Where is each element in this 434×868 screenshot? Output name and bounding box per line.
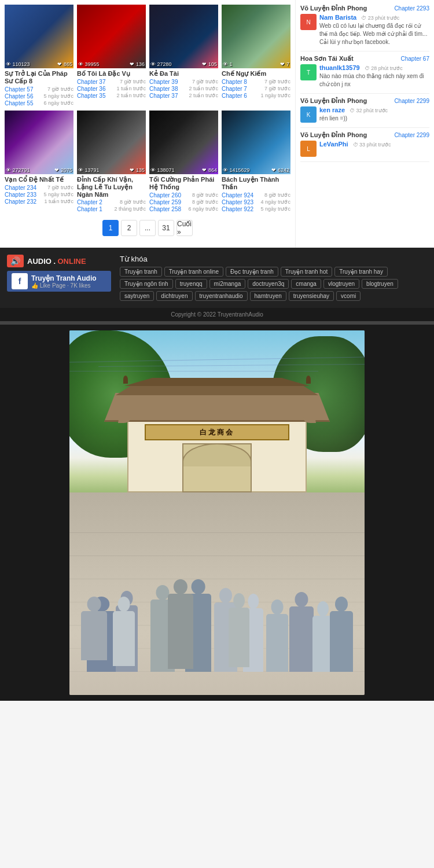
tag[interactable]: truyenqq — [175, 279, 207, 289]
chapter-link[interactable]: Chapter 7 — [222, 86, 247, 92]
chapter-link[interactable]: Chapter 39 — [149, 79, 178, 85]
comment-manga-title[interactable]: Võ Luyện Đỉnh Phong — [300, 5, 367, 12]
tag[interactable]: truyensieuhay — [289, 291, 334, 301]
comment-manga-title-2[interactable]: Võ Luyện Đỉnh Phong — [300, 131, 367, 139]
chapter-list: Chapter 2 8 giờ trước Chapter 1 2 tháng … — [77, 199, 146, 212]
chapter-link[interactable]: Chapter 233 — [5, 192, 36, 198]
manga-title[interactable]: Bố Tôi Là Đặc Vụ — [77, 70, 146, 78]
chapter-link[interactable]: Chapter 234 — [5, 185, 36, 191]
comments-panel: Võ Luyện Đỉnh Phong Chapter 2293 N Nam B… — [295, 0, 434, 248]
chapter-time: 8 giờ trước — [192, 192, 218, 198]
comment-chapter[interactable]: Chapter 2293 — [394, 5, 429, 12]
chapter-link[interactable]: Chapter 56 — [5, 93, 33, 100]
chapter-link[interactable]: Chapter 260 — [149, 192, 181, 198]
page-btn-31[interactable]: 31 — [158, 220, 174, 236]
comment-username-0[interactable]: thuanlk13579 — [319, 64, 360, 71]
page-btn-1[interactable]: 1 — [102, 220, 119, 236]
comment-manga-title-1[interactable]: Võ Luyện Đỉnh Phong — [300, 97, 367, 105]
comment-username-2[interactable]: LeVanPhi — [319, 141, 348, 148]
chapter-link[interactable]: Chapter 35 — [77, 93, 105, 99]
chapter-link[interactable]: Chapter 57 — [5, 86, 33, 93]
footer-logo-icon: 🔊 — [7, 255, 24, 267]
tag[interactable]: doctruyen3q — [248, 279, 289, 289]
chapter-link[interactable]: Chapter 37 — [149, 93, 178, 99]
manga-title[interactable]: Tối Cường Phản Phái Hệ Thống — [149, 176, 218, 191]
roof-main — [104, 393, 330, 422]
tag[interactable]: Truyện ngôn tình — [120, 279, 173, 289]
comment-chapter-1[interactable]: Chapter 2299 — [394, 98, 429, 104]
tag[interactable]: vcomi — [336, 291, 361, 301]
manga-title[interactable]: Bách Luyện Thành Thần — [222, 176, 290, 191]
chapter-link[interactable]: Chapter 38 — [149, 86, 178, 92]
like-count: ❤ 2075 — [54, 167, 72, 173]
manga-title[interactable]: Chế Ngự Kiếm — [222, 70, 290, 78]
comment-chapter-2[interactable]: Chapter 2299 — [394, 132, 429, 138]
chapter-link[interactable]: Chapter 6 — [222, 93, 247, 99]
chapter-link[interactable]: Chapter 923 — [222, 199, 253, 205]
page-btn-2[interactable]: 2 — [121, 220, 137, 236]
comment-section-2: Võ Luyện Đỉnh Phong Chapter 2299 L LeVan… — [300, 131, 429, 157]
comment-time: ⏱ 23 phút trước — [361, 15, 399, 21]
manga-thumbnail[interactable]: 👁 39955 ❤ 136 — [77, 5, 146, 68]
tag[interactable]: Truyện tranh hay — [334, 267, 388, 277]
manga-thumbnail[interactable]: 👁 27280 ❤ 105 — [149, 5, 218, 68]
tag[interactable]: blogtruyen — [362, 279, 398, 289]
comment-manga-title-0[interactable]: Hoa Sơn Tái Xuất — [300, 55, 354, 62]
chapter-link[interactable]: Chapter 922 — [222, 206, 253, 212]
chapter-time: 7 giờ trước — [264, 86, 290, 92]
comment-username-1[interactable]: ken raze — [319, 106, 345, 113]
chapter-link[interactable]: Chapter 55 — [5, 100, 33, 106]
tag[interactable]: hamtruyen — [250, 291, 286, 301]
chapter-link[interactable]: Chapter 259 — [149, 199, 181, 205]
manga-title[interactable]: Kẻ Đa Tài — [149, 70, 218, 78]
comment-body: Nam Barista ⏱ 23 phút trước Web cũ có lư… — [319, 14, 429, 46]
manga-thumbnail[interactable]: 👁 1415629 ❤ 6242 — [222, 111, 290, 174]
tag[interactable]: vlogtruyen — [323, 279, 359, 289]
comment-header-0: Hoa Sơn Tái Xuất Chapter 67 — [300, 55, 429, 62]
chapter-row: Chapter 2 8 giờ trước — [77, 199, 146, 205]
manga-thumbnail[interactable]: 👁 13791 ❤ 135 — [77, 111, 146, 174]
page-btn-...[interactable]: ... — [139, 220, 156, 236]
chapter-row: Chapter 233 5 ngày trước — [5, 192, 73, 198]
tag[interactable]: dichtruyen — [156, 291, 192, 301]
fb-meta: 👍 Like Page · 7K likes — [31, 282, 97, 289]
tag[interactable]: saytruyen — [120, 291, 154, 301]
crowd — [81, 504, 353, 672]
like-count: ❤ 105 — [202, 61, 217, 67]
footer-fb-box[interactable]: f Truyện Tranh Audio 👍 Like Page · 7K li… — [7, 271, 111, 292]
manga-thumbnail[interactable]: 👁 1 ❤ 7 — [222, 5, 290, 68]
chapter-link[interactable]: Chapter 2 — [77, 199, 102, 205]
comment-avatar-2: L — [300, 141, 317, 157]
comment-section-1: Võ Luyện Đỉnh Phong Chapter 2299 K ken r… — [300, 97, 429, 123]
comment-section-0: Hoa Sơn Tái Xuất Chapter 67 T thuanlk135… — [300, 55, 429, 89]
chapter-row: Chapter 37 2 tuần trước — [149, 93, 218, 99]
chapter-link[interactable]: Chapter 8 — [222, 79, 247, 85]
tag[interactable]: cmanga — [291, 279, 321, 289]
manga-title[interactable]: Sự Trở Lại Của Pháp Sư Cấp 8 — [5, 70, 73, 85]
footer-left: 🔊 AUDIO . ONLINE f Truyện Tranh Audio 👍 … — [7, 255, 111, 301]
manga-title[interactable]: Đỉnh Cấp Khí Vận, Lặng Lẽ Tu Luyện Ngàn … — [77, 176, 146, 198]
chapter-link[interactable]: Chapter 36 — [77, 86, 105, 92]
chapter-link[interactable]: Chapter 37 — [77, 79, 105, 85]
chapter-row: Chapter 258 6 ngày trước — [149, 206, 218, 212]
comment-chapter-0[interactable]: Chapter 67 — [401, 56, 429, 62]
manga-thumbnail[interactable]: 👁 110123 ❤ 865 — [5, 5, 73, 68]
manga-thumbnail[interactable]: 👁 138071 ❤ 864 — [149, 111, 218, 174]
chapter-link[interactable]: Chapter 1 — [77, 206, 102, 212]
chapter-link[interactable]: Chapter 924 — [222, 192, 253, 198]
comment-avatar: N — [300, 14, 317, 30]
tag[interactable]: Đọc truyện tranh — [226, 267, 278, 277]
view-count: 👁 110123 — [6, 61, 30, 67]
tag[interactable]: Truyện tranh online — [164, 267, 223, 277]
tag[interactable]: Truyện tranh hot — [281, 267, 332, 277]
tag[interactable]: mi2manga — [209, 279, 246, 289]
chapter-link[interactable]: Chapter 258 — [149, 206, 181, 212]
comment-username[interactable]: Nam Barista — [319, 14, 356, 21]
tag[interactable]: Truyện tranh — [120, 267, 162, 277]
manga-title[interactable]: Vạn Cổ Đệ Nhất Tế — [5, 176, 73, 183]
chapter-link[interactable]: Chapter 232 — [5, 198, 36, 205]
manga-thumbnail[interactable]: 👁 272791 ❤ 2075 — [5, 111, 73, 174]
page-btn-Cuối »[interactable]: Cuối » — [176, 220, 193, 236]
audio-text: AUDIO . — [27, 257, 56, 266]
tag[interactable]: truyentranhaudio — [195, 291, 248, 301]
